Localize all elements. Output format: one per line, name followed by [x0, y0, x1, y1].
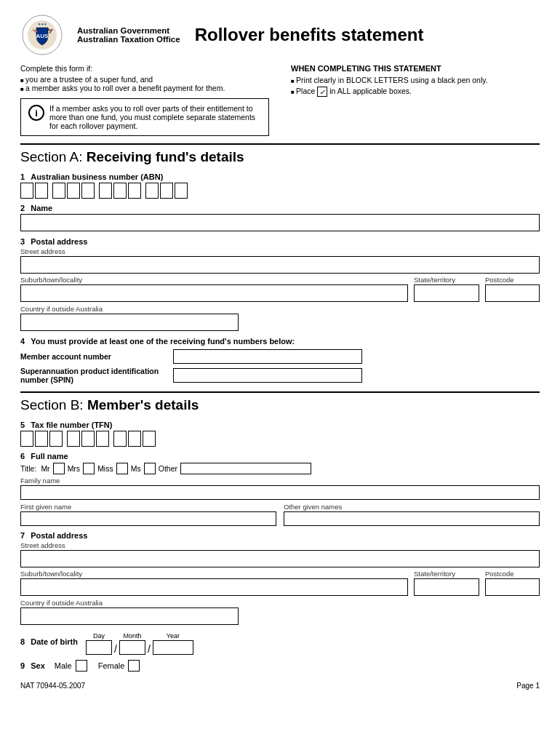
- tfn-digit-3[interactable]: [49, 431, 63, 447]
- field-fund-numbers: 4 You must provide at least one of the r…: [20, 337, 540, 384]
- abn-digit-6[interactable]: [99, 183, 112, 199]
- street-address-label-b: Street address: [20, 541, 540, 549]
- abn-digit-1[interactable]: [20, 183, 33, 199]
- field-postal-b: 7 Postal address Street address Suburb/t…: [20, 531, 540, 625]
- dob-year-input[interactable]: [153, 640, 193, 655]
- tfn-group-3: [113, 431, 156, 447]
- title-mr-checkbox[interactable]: [53, 463, 65, 474]
- country-row-b: Country if outside Australia: [20, 599, 540, 625]
- title-mrs-checkbox[interactable]: [83, 463, 95, 474]
- postcode-input-a[interactable]: [485, 284, 540, 302]
- country-input-b[interactable]: [20, 607, 239, 625]
- tfn-digit-6[interactable]: [96, 431, 109, 447]
- abn-digit-9[interactable]: [145, 183, 159, 199]
- dob-sep-2: /: [148, 643, 151, 655]
- dob-month-label: Month: [123, 632, 141, 640]
- field-name-number: 2: [20, 204, 25, 212]
- dob-month-group: Month: [119, 632, 145, 655]
- field-dob-label: Date of birth: [31, 637, 78, 646]
- field-postal-a-label: Postal address: [31, 237, 87, 246]
- country-input-a[interactable]: [20, 314, 239, 331]
- section-a-heading: Section A: Receiving fund's details: [20, 149, 540, 165]
- abn-digit-3[interactable]: [52, 183, 65, 199]
- field-abn-label: Australian business number (ABN): [31, 172, 163, 181]
- suburb-state-row-a: Suburb/town/locality State/territory Pos…: [20, 276, 540, 302]
- female-label: Female: [98, 661, 125, 670]
- complete-bullets: you are a trustee of a super fund, and a…: [20, 75, 269, 92]
- ato-label: Australian Taxation Office: [77, 35, 180, 44]
- field-fund-label: You must provide at least one of the rec…: [31, 337, 295, 346]
- logo-area: AUS 🦘 🦅 ✦✦✦: [20, 13, 64, 57]
- field-postal-b-label: Postal address: [31, 531, 87, 540]
- field-name-label: Name: [31, 204, 52, 212]
- section-b-divider: [20, 391, 540, 393]
- field-abn: 1 Australian business number (ABN): [20, 172, 540, 199]
- country-row-a: Country if outside Australia: [20, 305, 540, 331]
- field-postal-b-number: 7: [20, 531, 25, 540]
- section-b-heading: Section B: Member's details: [20, 397, 540, 413]
- abn-digit-7[interactable]: [113, 183, 127, 199]
- bullet-2: a member asks you to roll over a benefit…: [20, 84, 269, 92]
- dob-day-group: Day: [86, 632, 112, 655]
- form-code: NAT 70944-05.2007: [20, 682, 85, 690]
- spin-input[interactable]: [173, 368, 362, 383]
- abn-digit-10[interactable]: [160, 183, 173, 199]
- page-title: Rollover benefits statement: [195, 25, 540, 45]
- first-given-input[interactable]: [20, 511, 276, 526]
- dob-month-input[interactable]: [119, 640, 145, 655]
- state-input-a[interactable]: [414, 284, 479, 302]
- title-miss-text: Miss: [97, 464, 113, 473]
- other-given-label: Other given names: [284, 503, 540, 511]
- coat-of-arms-icon: AUS 🦘 🦅 ✦✦✦: [20, 13, 64, 57]
- tfn-digit-1[interactable]: [20, 431, 33, 447]
- abn-digit-8[interactable]: [128, 183, 141, 199]
- tfn-digit-7[interactable]: [113, 431, 127, 447]
- tfn-digit-9[interactable]: [143, 431, 156, 447]
- field-full-name-label: Full name: [31, 452, 68, 461]
- tfn-digit-5[interactable]: [81, 431, 95, 447]
- abn-digit-2[interactable]: [35, 183, 48, 199]
- suburb-col-a: Suburb/town/locality: [20, 276, 408, 302]
- postcode-label-a: Postcode: [485, 276, 540, 284]
- org-name: Australian Government Australian Taxatio…: [77, 26, 180, 44]
- title-miss-checkbox[interactable]: [116, 463, 128, 474]
- field-dob: 8 Date of birth Day / Month / Year: [20, 631, 540, 655]
- abn-digit-4[interactable]: [67, 183, 80, 199]
- bullet-1: you are a trustee of a super fund, and: [20, 75, 269, 84]
- title-row: Title: Mr Mrs Miss Ms Other: [20, 463, 540, 474]
- abn-digit-11[interactable]: [175, 183, 188, 199]
- field-postal-a: 3 Postal address Street address Suburb/t…: [20, 237, 540, 331]
- tfn-digit-2[interactable]: [35, 431, 48, 447]
- section-a-label-bold: Receiving fund's details: [87, 149, 244, 164]
- name-input[interactable]: [20, 214, 540, 231]
- suburb-input-b[interactable]: [20, 578, 408, 596]
- other-given-input[interactable]: [284, 511, 540, 526]
- tfn-digit-4[interactable]: [67, 431, 80, 447]
- member-account-input[interactable]: [173, 349, 362, 364]
- title-mrs-text: Mrs: [68, 464, 81, 473]
- street-input-a[interactable]: [20, 256, 540, 274]
- dob-day-input[interactable]: [86, 640, 112, 655]
- tick-example: ✓: [317, 87, 327, 97]
- abn-digit-5[interactable]: [81, 183, 95, 199]
- postcode-input-b[interactable]: [485, 578, 540, 596]
- title-ms-checkbox[interactable]: [144, 463, 156, 474]
- state-input-b[interactable]: [414, 578, 479, 596]
- suburb-input-a[interactable]: [20, 284, 408, 302]
- title-other-text: Other: [159, 464, 177, 473]
- field-full-name-number: 6: [20, 452, 25, 461]
- sex-options: Male Female: [55, 660, 140, 672]
- place-label: Place: [296, 87, 315, 95]
- svg-text:🦅: 🦅: [47, 28, 54, 34]
- family-name-input[interactable]: [20, 485, 540, 500]
- given-names-row: First given name Other given names: [20, 503, 540, 526]
- male-checkbox[interactable]: [76, 660, 87, 672]
- street-input-b[interactable]: [20, 550, 540, 567]
- complete-if-label: Complete this form if:: [20, 64, 269, 73]
- dob-inputs: Day / Month / Year: [86, 632, 193, 655]
- title-other-input[interactable]: [180, 463, 311, 474]
- female-checkbox[interactable]: [128, 660, 140, 672]
- tfn-digit-8[interactable]: [128, 431, 141, 447]
- info-icon: i: [28, 105, 44, 121]
- field-sex: 9 Sex Male Female: [20, 660, 540, 672]
